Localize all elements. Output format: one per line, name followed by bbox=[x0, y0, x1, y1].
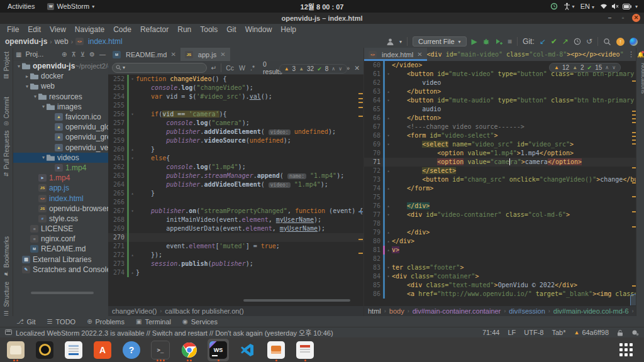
settings-gear-icon[interactable]: ⚙ bbox=[89, 51, 95, 58]
tool-window-terminal[interactable]: ▣Terminal bbox=[136, 318, 171, 326]
menu-file[interactable]: File bbox=[3, 25, 23, 34]
code-line[interactable]: 255 bbox=[108, 101, 364, 110]
tool-strip-commit[interactable]: ◎Commit bbox=[0, 97, 13, 127]
search-input[interactable]: ▾ bbox=[112, 63, 207, 73]
tree-item-external-libraries[interactable]: ▤External Libraries bbox=[13, 255, 108, 265]
typos-icon[interactable]: ✔ bbox=[587, 65, 592, 71]
activities-button[interactable]: Activities bbox=[0, 3, 42, 10]
history-button[interactable] bbox=[574, 38, 581, 45]
code-line[interactable]: 83▾ter class="footer"> bbox=[364, 263, 637, 272]
code-line[interactable]: 70 <option value="1.mp4">1.mp4</option> bbox=[364, 149, 637, 158]
caret-position[interactable]: 71:44 bbox=[482, 329, 500, 336]
ide-gradient-icon[interactable] bbox=[630, 38, 638, 46]
user-icon[interactable] bbox=[386, 38, 394, 46]
run-config-select[interactable]: Current File▾ bbox=[413, 36, 466, 47]
tool-window-git[interactable]: ⎇Git bbox=[16, 318, 36, 326]
code-line[interactable]: 80▴</div> bbox=[364, 237, 637, 246]
tree-item-1-mp4[interactable]: ▸1.mp4 bbox=[13, 173, 108, 183]
update-available-icon[interactable]: ↑ bbox=[616, 38, 625, 46]
menu-code[interactable]: Code bbox=[109, 25, 136, 34]
tree-item-favicon-ico[interactable]: ▴favicon.ico bbox=[13, 112, 108, 122]
nav-crumb-index-html[interactable]: <>index.html bbox=[75, 37, 123, 46]
tree-item-nginx-conf[interactable]: ≡nginx.conf bbox=[13, 234, 108, 244]
fold-icon[interactable]: ▾ bbox=[385, 70, 392, 79]
code-line[interactable]: 256▾ if(vid == 'camera'){ bbox=[108, 110, 364, 119]
code-line[interactable]: 71 <option value="camera">camera</option… bbox=[364, 158, 637, 167]
menu-help[interactable]: Help bbox=[276, 25, 301, 34]
app-menu-button[interactable]: W WebStorm▾ bbox=[42, 3, 99, 10]
clock[interactable]: 12월 8 00 : 07 bbox=[301, 1, 344, 11]
fold-icon[interactable]: ▴ bbox=[385, 87, 392, 96]
fold-icon[interactable]: ▾ bbox=[385, 272, 392, 281]
crumb-div-session[interactable]: div#session bbox=[509, 307, 545, 315]
code-line[interactable]: 265▴ } bbox=[108, 189, 364, 198]
code-line[interactable]: 78 bbox=[364, 219, 637, 228]
tool-strip-notifications[interactable]: Notifications bbox=[634, 63, 644, 94]
run-with-coverage-button[interactable] bbox=[495, 38, 502, 45]
fold-icon[interactable]: ▴ bbox=[385, 237, 392, 246]
expand-all-icon[interactable]: ⊼ bbox=[71, 51, 75, 58]
file-encoding[interactable]: UTF-8 bbox=[524, 329, 543, 336]
breadcrumb-left[interactable]: changeVideo()›callback for publisher.on(… bbox=[108, 305, 364, 316]
dock-app-vscode[interactable] bbox=[236, 339, 258, 361]
code-line[interactable]: 63▴ </button> bbox=[364, 87, 637, 96]
close-tab-icon[interactable]: ✕ bbox=[417, 51, 422, 58]
tree-item-resources[interactable]: ▾resources bbox=[13, 92, 108, 102]
code-line[interactable]: 270 bbox=[108, 233, 364, 242]
fold-icon[interactable]: ▴ bbox=[129, 145, 136, 154]
code-line[interactable]: 67 <!---change video source------> bbox=[364, 123, 637, 131]
search-everywhere-button[interactable] bbox=[603, 38, 611, 46]
fold-icon[interactable]: ▾ bbox=[129, 154, 136, 163]
code-line[interactable]: 258 publisher.addVideoElement( video: un… bbox=[108, 128, 364, 136]
warnings-icon[interactable]: ▲ bbox=[554, 65, 559, 70]
tab-index-html[interactable]: <>index.html✕ bbox=[364, 48, 427, 61]
tree-item-1-mp4[interactable]: ▸1.mp4 bbox=[13, 163, 108, 173]
tree-item-app-js[interactable]: JSapp.js bbox=[13, 183, 108, 193]
fold-icon[interactable]: ▴ bbox=[385, 114, 392, 123]
collapse-all-icon[interactable]: ⊻ bbox=[80, 51, 85, 58]
tree-item-readme-md[interactable]: MREADME.md bbox=[13, 244, 108, 254]
code-line[interactable]: 262 console.log("1.mp4"); bbox=[108, 163, 364, 172]
dock-app-ubuntu-software[interactable]: A bbox=[92, 339, 113, 361]
code-line[interactable]: 68▾ <form id="video-select"> bbox=[364, 131, 637, 140]
crumb-body[interactable]: body bbox=[389, 307, 404, 315]
fold-icon[interactable]: ▴ bbox=[385, 202, 392, 211]
tree-item-openvidu-globe[interactable]: ▴openvidu_globe_ bbox=[13, 122, 108, 132]
run-button[interactable]: ▶ bbox=[472, 38, 477, 45]
tree-item-index-html[interactable]: <>index.html bbox=[13, 193, 108, 203]
editor-left-hscrollbar[interactable] bbox=[243, 299, 350, 302]
code-line[interactable]: 264 publisher.addVideoElement( video: "1… bbox=[108, 180, 364, 189]
menu-edit[interactable]: Edit bbox=[23, 25, 45, 34]
fold-icon[interactable]: ▴ bbox=[385, 184, 392, 193]
code-line[interactable]: 73 <button id="chang_src" onclick="chang… bbox=[364, 175, 637, 184]
fold-icon[interactable]: ▴ bbox=[129, 189, 136, 198]
code-line[interactable]: 62 video bbox=[364, 79, 637, 87]
dock-app-terminal[interactable]: >_ bbox=[150, 339, 171, 361]
code-line[interactable]: 268 initMainVideo(event.element, myUserN… bbox=[108, 216, 364, 224]
tool-window-problems[interactable]: ⊕Problems bbox=[87, 318, 125, 326]
code-line[interactable]: 69▾ <select name="video_src" id="video_s… bbox=[364, 140, 637, 149]
code-line[interactable]: 271 event.element['muted'] = true; bbox=[108, 242, 364, 251]
tab-readme-md[interactable]: MREADME.md✕ bbox=[108, 48, 180, 61]
tree-item-docker[interactable]: ▸docker bbox=[13, 71, 108, 81]
code-line[interactable]: 86 <a href="http://www.openvidu.io/" tar… bbox=[364, 290, 637, 299]
weak-warnings-icon[interactable]: ▲ bbox=[572, 65, 577, 70]
weak-warnings-icon[interactable]: ▲ bbox=[299, 66, 304, 72]
show-applications-button[interactable] bbox=[615, 339, 636, 361]
line-ending[interactable]: LF bbox=[508, 329, 516, 336]
code-line[interactable]: 267▾ publisher.on("streamPropertyChanged… bbox=[108, 207, 364, 216]
fold-icon[interactable]: ▾ bbox=[385, 211, 392, 219]
git-update-button[interactable]: ↙ bbox=[540, 38, 546, 45]
user-dropdown-icon[interactable]: ▾ bbox=[399, 39, 402, 45]
code-line[interactable]: 75 bbox=[364, 193, 637, 202]
typos-icon[interactable]: ✔ bbox=[317, 66, 322, 72]
system-status-menu[interactable]: ▾ bbox=[600, 3, 638, 9]
fold-icon[interactable]: ▾ bbox=[129, 110, 136, 119]
tool-strip-project[interactable]: ▤Project bbox=[0, 52, 13, 80]
code-line[interactable]: 260▴ } bbox=[108, 145, 364, 154]
code-line[interactable]: 65 audio bbox=[364, 105, 637, 114]
dock-app-webstorm[interactable]: WS bbox=[208, 339, 229, 361]
keyboard-layout-menu[interactable]: EN ▾ bbox=[580, 3, 594, 10]
tree-item-scratches-and-consoles[interactable]: ✎Scratches and Consoles bbox=[13, 265, 108, 275]
fold-icon[interactable]: ▾ bbox=[129, 75, 136, 84]
